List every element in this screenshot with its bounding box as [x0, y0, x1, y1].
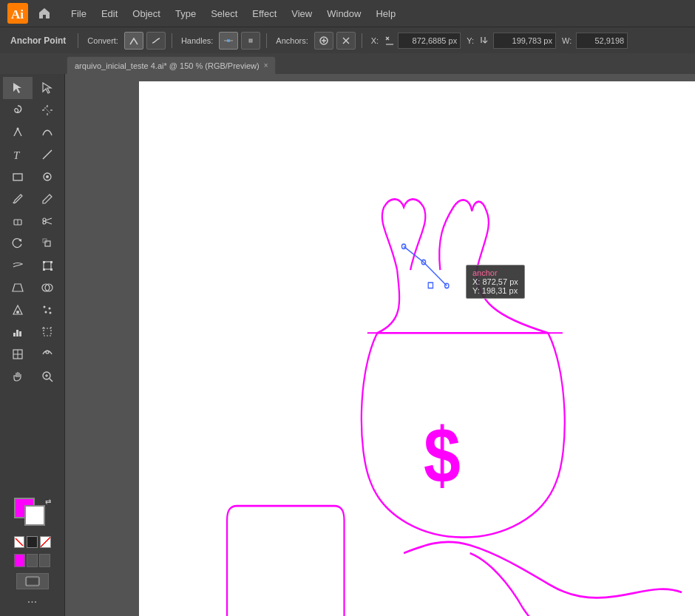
blob-brush-tool[interactable] — [33, 166, 62, 188]
rotate-tool[interactable] — [3, 232, 33, 254]
eraser-tool[interactable] — [3, 210, 33, 232]
svg-point-23 — [43, 221, 46, 224]
menu-help[interactable]: Help — [368, 5, 403, 22]
svg-text:Ai: Ai — [11, 7, 24, 21]
convert-smooth-btn[interactable] — [146, 32, 166, 50]
tool-row-2 — [0, 99, 64, 121]
scissors-tool[interactable] — [33, 210, 62, 232]
handles-smooth-btn[interactable] — [219, 32, 238, 50]
mode-btn-1[interactable] — [14, 554, 25, 567]
color-section: ⇄ ··· — [0, 492, 64, 613]
svg-text:$: $ — [424, 411, 461, 499]
svg-point-35 — [16, 311, 19, 314]
svg-rect-26 — [45, 241, 50, 246]
convert-label: Convert: — [84, 36, 121, 45]
w-coord-group: W: — [559, 33, 628, 49]
svg-rect-42 — [19, 331, 21, 336]
svg-point-38 — [44, 311, 47, 314]
svg-rect-31 — [43, 268, 45, 271]
anchors-remove-btn[interactable] — [336, 32, 356, 50]
live-paint-tool[interactable] — [3, 299, 33, 321]
perspective-tool[interactable] — [3, 277, 33, 299]
artwork-svg: $ — [139, 81, 695, 616]
x-value-input[interactable] — [398, 33, 461, 49]
svg-point-19 — [46, 175, 49, 178]
direct-select-tool[interactable] — [33, 77, 62, 99]
tool-row-13 — [0, 343, 64, 365]
tool-row-1 — [0, 77, 64, 99]
svg-rect-4 — [249, 39, 252, 42]
hand-tool[interactable] — [3, 365, 33, 387]
type-tool[interactable]: T — [3, 143, 33, 166]
menu-select[interactable]: Select — [203, 5, 245, 22]
menu-window[interactable]: Window — [319, 5, 368, 22]
home-button[interactable] — [34, 3, 55, 24]
color-red-diag-box[interactable] — [40, 536, 51, 548]
tool-row-14 — [0, 365, 64, 387]
screen-mode-btn[interactable] — [16, 573, 49, 589]
svg-line-25 — [46, 222, 52, 224]
more-tools-btn[interactable]: ··· — [27, 595, 37, 609]
tab-close-button[interactable]: × — [264, 61, 268, 70]
convert-corner-btn[interactable] — [124, 32, 143, 50]
svg-line-52 — [50, 379, 52, 382]
w-value-input[interactable] — [576, 33, 628, 49]
slice-tool[interactable] — [3, 343, 33, 365]
stroke-color-box[interactable] — [24, 505, 45, 526]
tool-row-11 — [0, 299, 64, 321]
magic-wand-tool[interactable] — [33, 99, 62, 121]
curvature-tool[interactable] — [33, 121, 62, 143]
menu-effect[interactable]: Effect — [245, 5, 284, 22]
color-none-box[interactable] — [14, 536, 25, 548]
svg-rect-30 — [50, 261, 52, 263]
canvas-area[interactable]: $ — [65, 74, 695, 616]
svg-rect-40 — [13, 333, 16, 336]
anchor-point-label: Anchor Point — [4, 35, 72, 46]
selection-tool[interactable] — [3, 77, 33, 99]
tabbar: arquivo_inicial_teste 4.ai* @ 150 % (RGB… — [0, 53, 695, 74]
menu-object[interactable]: Object — [125, 5, 168, 22]
menu-file[interactable]: File — [64, 5, 94, 22]
scale-tool[interactable] — [33, 232, 62, 254]
handles-label: Handles: — [178, 36, 216, 45]
menu-type[interactable]: Type — [168, 5, 203, 22]
color-black-box[interactable] — [27, 536, 38, 548]
anchors-label: Anchors: — [273, 36, 311, 45]
mode-btn-2[interactable] — [27, 554, 38, 567]
warp-tool[interactable] — [3, 254, 33, 277]
free-transform-tool[interactable] — [33, 254, 62, 277]
svg-point-22 — [43, 218, 46, 221]
pencil-tool[interactable] — [33, 188, 62, 210]
main-area: T — [0, 74, 695, 616]
svg-point-63 — [401, 244, 405, 248]
swap-colors-icon[interactable]: ⇄ — [45, 498, 51, 506]
pen-tool[interactable] — [3, 121, 33, 143]
sep2 — [172, 33, 172, 48]
tool-row-7 — [0, 210, 64, 232]
document-tab[interactable]: arquivo_inicial_teste 4.ai* @ 150 % (RGB… — [67, 56, 276, 74]
smooth-anchor-tool[interactable] — [33, 343, 62, 365]
lasso-tool[interactable] — [3, 99, 33, 121]
tab-label: arquivo_inicial_teste 4.ai* @ 150 % (RGB… — [75, 61, 260, 70]
y-value-input[interactable] — [493, 33, 556, 49]
svg-point-36 — [43, 306, 45, 308]
tool-row-8 — [0, 232, 64, 254]
menu-view[interactable]: View — [284, 5, 319, 22]
rect-tool[interactable] — [3, 166, 33, 188]
line-tool[interactable] — [33, 143, 62, 166]
svg-rect-43 — [44, 328, 51, 336]
mode-btn-3[interactable] — [39, 554, 50, 567]
menu-edit[interactable]: Edit — [94, 5, 125, 22]
zoom-tool[interactable] — [33, 365, 62, 387]
anchors-add-btn[interactable] — [314, 32, 333, 50]
shape-builder-tool[interactable] — [33, 277, 62, 299]
symbol-spray-tool[interactable] — [33, 299, 62, 321]
svg-point-14 — [16, 128, 18, 130]
handles-corner-btn[interactable] — [241, 32, 260, 50]
artboard-tool[interactable] — [33, 321, 62, 343]
left-toolbar: T — [0, 74, 65, 616]
svg-point-37 — [48, 308, 50, 310]
x-label: X: — [368, 36, 382, 45]
column-graph-tool[interactable] — [3, 321, 33, 343]
paintbrush-tool[interactable] — [3, 188, 33, 210]
